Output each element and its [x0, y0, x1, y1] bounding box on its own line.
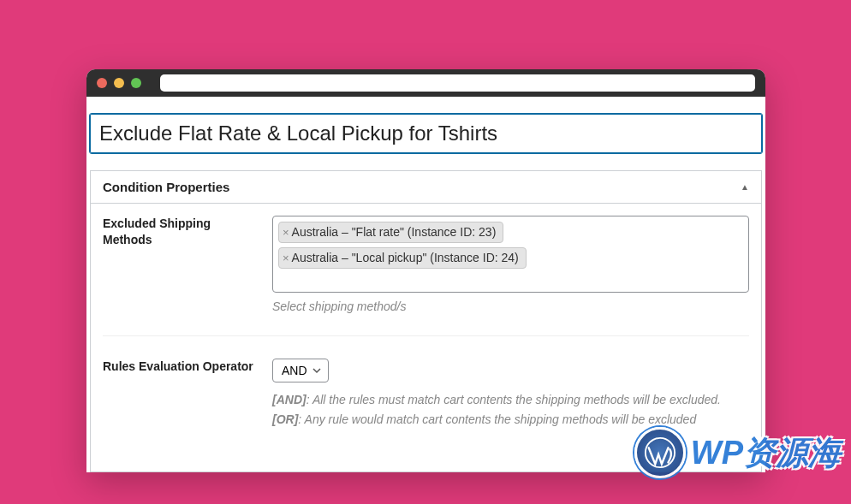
- window-titlebar: [86, 69, 765, 97]
- rules-operator-value: AND: [282, 364, 307, 377]
- remove-tag-icon[interactable]: ×: [283, 251, 289, 266]
- page-content: Condition Properties ▲ Excluded Shipping…: [86, 97, 765, 472]
- url-bar[interactable]: [160, 74, 755, 92]
- excluded-methods-row: Excluded Shipping Methods × Australia – …: [103, 216, 749, 335]
- window-controls: [97, 78, 141, 88]
- minimize-icon[interactable]: [114, 78, 124, 88]
- excluded-methods-help: Select shipping method/s: [272, 299, 749, 313]
- remove-tag-icon[interactable]: ×: [283, 225, 289, 240]
- rules-operator-label: Rules Evaluation Operator: [103, 359, 257, 429]
- method-tag-label: Australia – "Local pickup" (Instance ID:…: [292, 250, 519, 266]
- or-description: [OR]: Any rule would match cart contents…: [272, 411, 749, 429]
- excluded-methods-input[interactable]: × Australia – "Flat rate" (Instance ID: …: [272, 216, 749, 293]
- rules-operator-select[interactable]: AND: [272, 359, 329, 382]
- close-icon[interactable]: [97, 78, 107, 88]
- method-tag: × Australia – "Flat rate" (Instance ID: …: [278, 222, 503, 243]
- rule-title-input[interactable]: [90, 114, 762, 153]
- panel-header[interactable]: Condition Properties ▲: [91, 171, 761, 204]
- watermark: WP资源海: [634, 427, 841, 478]
- admin-window: Condition Properties ▲ Excluded Shipping…: [86, 69, 765, 472]
- excluded-methods-label: Excluded Shipping Methods: [103, 216, 257, 313]
- collapse-icon[interactable]: ▲: [741, 182, 749, 192]
- panel-header-label: Condition Properties: [103, 180, 229, 194]
- watermark-text: WP资源海: [691, 431, 841, 475]
- maximize-icon[interactable]: [131, 78, 141, 88]
- chevron-down-icon: [312, 366, 321, 375]
- method-tag: × Australia – "Local pickup" (Instance I…: [278, 247, 527, 269]
- and-description: [AND]: All the rules must match cart con…: [272, 391, 749, 409]
- wordpress-logo-icon: [634, 427, 686, 478]
- method-tag-label: Australia – "Flat rate" (Instance ID: 23…: [292, 224, 497, 240]
